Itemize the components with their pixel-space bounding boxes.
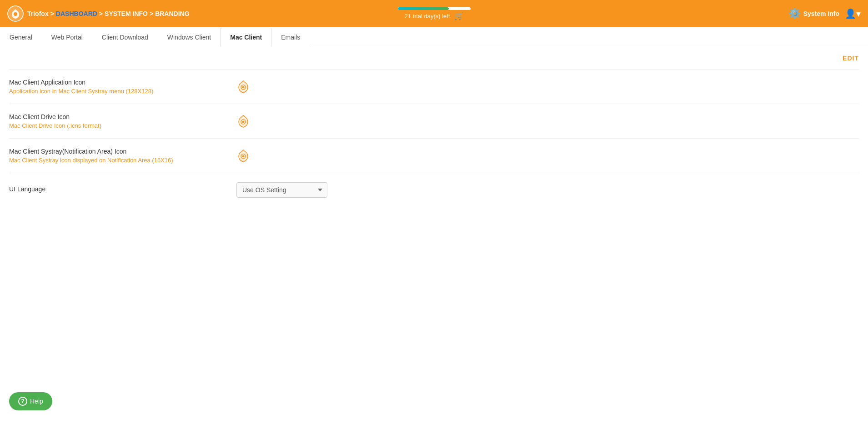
breadcrumb-system-info[interactable]: SYSTEM INFO — [105, 10, 148, 17]
mac-app-icon-preview — [236, 80, 250, 94]
mac-app-icon-title: Mac Client Application Icon — [9, 79, 218, 86]
edit-row: EDIT — [9, 47, 859, 65]
setting-row-mac-app-icon: Mac Client Application Icon Application … — [9, 69, 859, 104]
brand-name: Triofox — [27, 10, 49, 17]
help-circle-icon: ? — [18, 397, 27, 406]
tab-client-download[interactable]: Client Download — [92, 28, 158, 47]
ui-language-title: UI Language — [9, 185, 218, 193]
tab-web-portal[interactable]: Web Portal — [42, 28, 92, 47]
cart-icon[interactable]: 🛒 — [454, 12, 463, 20]
system-info-label: System Info — [803, 10, 839, 17]
setting-row-ui-language: UI Language Use OS Setting English Chine… — [9, 173, 859, 207]
trial-days-text: 21 trial day(s) left. — [405, 13, 452, 20]
svg-point-7 — [242, 155, 245, 157]
svg-point-1 — [14, 12, 17, 16]
setting-label-col-mac-drive-icon: Mac Client Drive Icon Mac Client Drive I… — [9, 113, 218, 129]
svg-point-3 — [242, 86, 245, 88]
header-right: ⚙️ System Info 👤▾ — [788, 8, 861, 20]
tab-mac-client[interactable]: Mac Client — [221, 28, 271, 47]
breadcrumb-dashboard[interactable]: DASHBOARD — [56, 10, 97, 17]
mac-systray-icon-preview — [236, 149, 250, 163]
help-button[interactable]: ? Help — [9, 392, 52, 410]
system-info-button[interactable]: ⚙️ System Info — [788, 8, 839, 20]
tab-emails[interactable]: Emails — [271, 28, 310, 47]
breadcrumb-branding[interactable]: BRANDING — [155, 10, 189, 17]
setting-label-col-ui-language: UI Language — [9, 185, 218, 195]
gear-icon: ⚙️ — [788, 8, 801, 20]
setting-label-col-mac-systray-icon: Mac Client Systray(Notification Area) Ic… — [9, 148, 218, 164]
mac-systray-icon-title: Mac Client Systray(Notification Area) Ic… — [9, 148, 218, 155]
setting-value-col-mac-systray-icon — [236, 149, 250, 163]
tab-windows-client[interactable]: Windows Client — [158, 28, 221, 47]
breadcrumb: Triofox > DASHBOARD > SYSTEM INFO > BRAN… — [27, 10, 190, 17]
header: Triofox > DASHBOARD > SYSTEM INFO > BRAN… — [0, 0, 868, 27]
setting-label-col-mac-app-icon: Mac Client Application Icon Application … — [9, 79, 218, 95]
svg-point-5 — [242, 120, 245, 123]
user-icon[interactable]: 👤▾ — [845, 8, 861, 19]
mac-drive-icon-desc: Mac Client Drive Icon (.icns format) — [9, 122, 218, 129]
help-label: Help — [30, 398, 43, 405]
mac-app-icon-desc: Application icon in Mac Client Systray m… — [9, 88, 218, 95]
triofox-logo-icon — [7, 5, 24, 22]
mac-drive-icon-preview — [236, 115, 250, 128]
edit-button[interactable]: EDIT — [843, 55, 859, 62]
mac-drive-icon-title: Mac Client Drive Icon — [9, 113, 218, 120]
setting-value-col-mac-app-icon — [236, 80, 250, 94]
setting-value-col-ui-language: Use OS Setting English Chinese French Ge… — [236, 182, 327, 198]
ui-language-select[interactable]: Use OS Setting English Chinese French Ge… — [236, 182, 327, 198]
tab-general[interactable]: General — [0, 28, 42, 47]
tabs-bar: General Web Portal Client Download Windo… — [0, 27, 868, 47]
setting-row-mac-systray-icon: Mac Client Systray(Notification Area) Ic… — [9, 138, 859, 173]
setting-value-col-mac-drive-icon — [236, 115, 250, 128]
settings-section: Mac Client Application Icon Application … — [9, 69, 859, 207]
trial-info: 21 trial day(s) left. 🛒 — [398, 7, 471, 20]
trial-text-row: 21 trial day(s) left. 🛒 — [405, 12, 463, 20]
trial-progress-bar — [398, 7, 471, 10]
mac-systray-icon-desc: Mac Client Systray icon displayed on Not… — [9, 157, 218, 164]
main-content: EDIT Mac Client Application Icon Applica… — [0, 47, 868, 207]
trial-bar-fill — [398, 7, 449, 10]
setting-row-mac-drive-icon: Mac Client Drive Icon Mac Client Drive I… — [9, 104, 859, 138]
